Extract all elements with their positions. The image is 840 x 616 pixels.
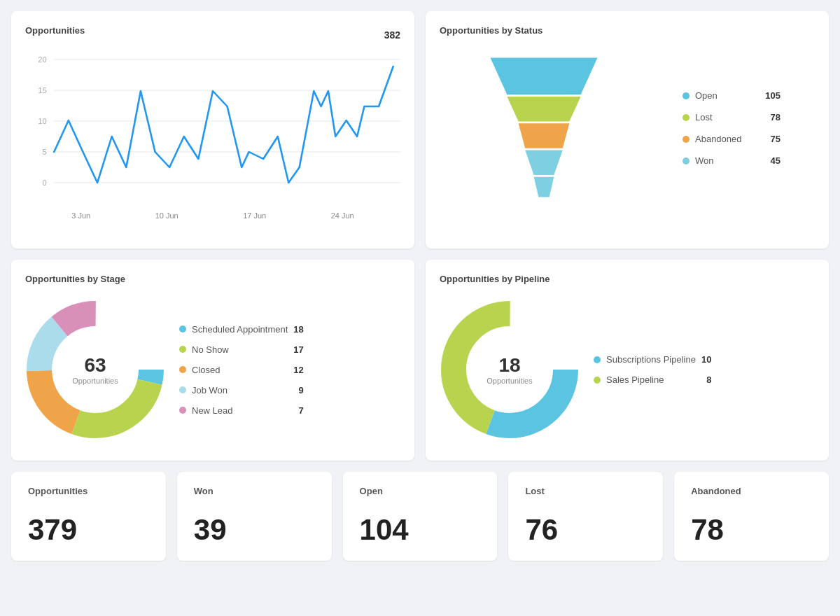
closed-dot [179,366,186,373]
opportunities-line-card: Opportunities 382 20 15 10 5 0 [11,11,414,248]
stat-won: Won 39 [177,472,332,561]
sales-dot [594,377,601,384]
svg-marker-11 [507,97,580,121]
jobwon-label: Job Won [192,385,293,396]
stat-won-label: Won [194,486,315,496]
closed-value: 12 [293,365,303,375]
svg-text:5: 5 [43,148,47,156]
jobwon-dot [179,386,186,393]
line-chart-container: 20 15 10 5 0 3 Jun 10 Jun 17 Jun 24 Jun [25,52,400,234]
scheduled-label: Scheduled Appointment [192,324,288,335]
x-label-4: 24 Jun [331,211,354,220]
stat-open-value: 104 [360,513,481,547]
legend-sales: Sales Pipeline 8 [594,374,711,385]
subscriptions-dot [594,356,601,363]
stat-opportunities-label: Opportunities [28,486,149,496]
stage-donut-center: 63 Opportunities [72,354,118,385]
line-chart-total: 382 [384,29,400,41]
stage-center-num: 63 [72,354,118,377]
pipeline-center-num: 18 [486,354,532,377]
stat-abandoned: Abandoned 78 [674,472,829,561]
svg-marker-13 [525,150,563,175]
stat-lost-value: 76 [525,513,646,547]
sales-label: Sales Pipeline [606,374,701,385]
stat-opportunities-value: 379 [28,513,149,547]
jobwon-value: 9 [299,385,304,396]
svg-text:0: 0 [43,178,47,187]
won-value: 45 [771,155,780,166]
by-stage-card: Opportunities by Stage [11,260,414,461]
svg-text:20: 20 [38,55,47,64]
won-dot [682,158,690,164]
stage-legend: Scheduled Appointment 18 No Show 17 Clos… [179,324,304,416]
won-label: Won [695,155,765,166]
stat-won-value: 39 [194,513,315,547]
svg-text:10: 10 [38,117,47,125]
noshow-label: No Show [192,344,288,355]
x-label-1: 3 Jun [71,211,90,220]
stage-donut-wrap: 63 Opportunities [25,300,165,440]
by-status-title: Opportunities by Status [440,25,815,36]
legend-noshow: No Show 17 [179,344,304,355]
by-status-card: Opportunities by Status [426,11,829,248]
x-label-3: 17 Jun [243,211,266,220]
lost-value: 78 [771,112,780,122]
stat-lost: Lost 76 [508,472,663,561]
top-row: Opportunities 382 20 15 10 5 0 [11,11,829,248]
svg-marker-12 [519,123,570,148]
dashboard: Opportunities 382 20 15 10 5 0 [11,11,829,561]
noshow-value: 17 [293,344,303,355]
x-labels: 3 Jun 10 Jun 17 Jun 24 Jun [25,211,400,220]
stat-open: Open 104 [343,472,498,561]
funnel-legend: Open 105 Lost 78 Abandoned 75 [682,90,780,166]
by-pipeline-section: 18 Opportunities Subscriptions Pipeline … [440,293,815,447]
funnel-section: Open 105 Lost 78 Abandoned 75 [440,44,815,212]
x-label-2: 10 Jun [155,211,178,220]
newlead-value: 7 [299,405,304,416]
closed-label: Closed [192,365,288,375]
abandoned-value: 75 [771,134,780,144]
by-pipeline-card: Opportunities by Pipeline 18 Opportu [426,260,829,461]
legend-newlead: New Lead 7 [179,405,304,416]
scheduled-dot [179,326,186,332]
legend-won: Won 45 [682,155,780,166]
funnel-svg [474,51,614,205]
line-chart-title: Opportunities [25,25,85,36]
pipeline-legend: Subscriptions Pipeline 10 Sales Pipeline… [594,354,711,385]
scheduled-value: 18 [293,324,303,335]
noshow-dot [179,346,186,353]
stat-open-label: Open [360,486,481,496]
lost-label: Lost [695,112,765,122]
by-pipeline-title: Opportunities by Pipeline [440,274,815,284]
abandoned-dot [682,136,690,143]
svg-marker-10 [490,58,597,95]
pipeline-center-label: Opportunities [486,377,532,385]
legend-subscriptions: Subscriptions Pipeline 10 [594,354,711,365]
legend-lost: Lost 78 [682,112,780,122]
subscriptions-label: Subscriptions Pipeline [606,354,696,365]
stat-lost-label: Lost [525,486,646,496]
lost-dot [682,114,690,121]
newlead-dot [179,407,186,414]
open-dot [682,92,690,99]
by-stage-title: Opportunities by Stage [25,274,400,284]
legend-open: Open 105 [682,90,780,101]
sales-value: 8 [706,374,711,385]
subscriptions-value: 10 [701,354,711,365]
pipeline-donut-center: 18 Opportunities [486,354,532,385]
svg-marker-14 [534,177,554,197]
abandoned-label: Abandoned [695,134,765,144]
by-stage-section: 63 Opportunities Scheduled Appointment 1… [25,293,400,447]
pipeline-donut-wrap: 18 Opportunities [440,300,580,440]
newlead-label: New Lead [192,405,293,416]
svg-text:15: 15 [38,86,47,94]
stage-center-label: Opportunities [72,377,118,385]
stat-opportunities: Opportunities 379 [11,472,166,561]
legend-jobwon: Job Won 9 [179,385,304,396]
line-chart-svg: 20 15 10 5 0 [25,52,400,206]
stats-row: Opportunities 379 Won 39 Open 104 Lost 7… [11,472,829,561]
mid-row: Opportunities by Stage [11,260,829,461]
open-label: Open [695,90,760,101]
legend-scheduled: Scheduled Appointment 18 [179,324,304,335]
legend-abandoned: Abandoned 75 [682,134,780,144]
